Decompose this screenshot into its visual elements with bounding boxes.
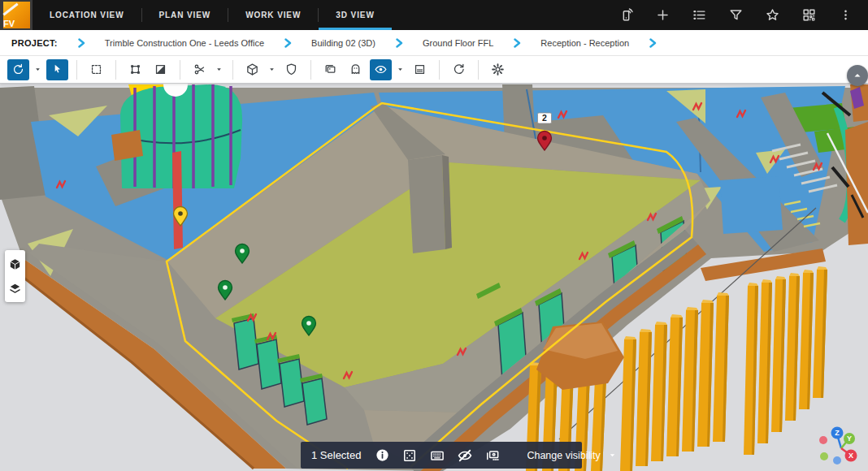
keyboard-icon: [429, 447, 445, 464]
ghost-mode-tool-button[interactable]: [345, 59, 367, 80]
chevron-up-icon: [853, 71, 862, 80]
filter-icon: [728, 7, 744, 23]
refresh-tool-button[interactable]: [448, 59, 470, 80]
breadcrumb-chevron: [395, 38, 403, 48]
filter-button[interactable]: [721, 5, 750, 26]
orbit-tool-button[interactable]: [7, 59, 29, 80]
selection-info-button[interactable]: [373, 447, 391, 465]
3d-viewport[interactable]: 2: [0, 84, 868, 471]
tab-location-view[interactable]: LOCATION VIEW: [33, 0, 141, 30]
breadcrumb-item-1[interactable]: Building 02 (3D): [311, 38, 375, 48]
grid-tool-button[interactable]: [409, 59, 431, 80]
tab-label: 3D VIEW: [336, 11, 374, 19]
layers-icon: [8, 282, 22, 296]
3d-model-scene: 2: [0, 84, 868, 471]
model-panel-toggle-button[interactable]: [8, 257, 23, 271]
isolate-selection-button[interactable]: [401, 447, 419, 465]
pin-badge-count: 2: [542, 113, 547, 123]
hide-selection-button[interactable]: [456, 447, 474, 465]
collapse-toolbar-button[interactable]: [847, 65, 868, 86]
chevron-right-icon: [513, 38, 521, 48]
breadcrumb-chevron: [513, 38, 521, 48]
snapshots-tool-button[interactable]: [319, 59, 341, 80]
contrast-icon: [154, 63, 167, 76]
info-icon: [375, 447, 390, 463]
axis-z[interactable]: Z: [831, 427, 844, 439]
selection-keypad-button[interactable]: [428, 447, 446, 465]
protect-tool-button[interactable]: [280, 59, 302, 80]
chevron-right-icon: [284, 38, 292, 48]
axis-neg-x[interactable]: [819, 436, 827, 444]
layers-panel-toggle-button[interactable]: [8, 281, 23, 296]
model-views-tool-dropdown-caret[interactable]: [267, 59, 277, 80]
model-views-tool-button[interactable]: [241, 59, 263, 80]
axis-neg-z[interactable]: [833, 456, 841, 465]
favorites-icon: [765, 7, 780, 23]
top-bar: FV LOCATION VIEWPLAN VIEWWORK VIEW3D VIE…: [0, 0, 868, 30]
selection-visibility-items-button[interactable]: [484, 447, 501, 465]
marquee-select-tool-button[interactable]: [85, 59, 107, 80]
toolbar-separator: [232, 60, 233, 80]
tab-work-view[interactable]: WORK VIEW: [228, 0, 318, 30]
isolate-icon: [401, 447, 418, 464]
change-visibility-caret[interactable]: [608, 451, 617, 460]
capture-device-button[interactable]: [611, 5, 640, 26]
orientation-gizmo[interactable]: Z Y X: [813, 421, 868, 471]
breadcrumb-item-2[interactable]: Ground Floor FFL: [423, 38, 493, 48]
gear-icon: [491, 63, 505, 76]
toolbar-separator: [478, 60, 479, 80]
visibility-tool-dropdown-caret[interactable]: [395, 59, 406, 80]
qr-scan-button[interactable]: [794, 5, 823, 26]
change-visibility-button[interactable]: Change visibility: [527, 450, 600, 461]
view-tabs: LOCATION VIEWPLAN VIEWWORK VIEW3D VIEW: [33, 0, 392, 30]
orbit-tool-dropdown-caret[interactable]: [33, 59, 43, 80]
app-logo[interactable]: FV: [0, 0, 33, 30]
transform-tool-button[interactable]: [124, 59, 146, 80]
task-list-button[interactable]: [684, 5, 714, 26]
section-cut-tool-button[interactable]: [189, 59, 210, 80]
breadcrumb-chevron: [77, 38, 85, 48]
selection-bar: 1 Selected Change visibility: [301, 442, 582, 469]
svg-text:Y: Y: [847, 434, 852, 443]
breadcrumb-item-0[interactable]: Trimble Construction One - Leeds Office: [105, 38, 264, 48]
tab-label: WORK VIEW: [245, 11, 301, 19]
visibility-tool-button[interactable]: [370, 59, 392, 80]
caret-down-icon: [215, 65, 224, 74]
chevron-right-icon: [77, 38, 85, 48]
toolbar-separator: [180, 60, 180, 80]
axis-neg-y[interactable]: [820, 452, 828, 460]
breadcrumb-chevron: [649, 38, 657, 48]
photos-icon: [323, 63, 337, 76]
add-icon: [655, 7, 671, 23]
toolbar-separator: [310, 60, 311, 80]
more-options-icon: [839, 8, 853, 22]
axis-x[interactable]: X: [845, 450, 857, 462]
tab-plan-view[interactable]: PLAN VIEW: [142, 0, 228, 30]
select-tool-button[interactable]: [46, 59, 68, 80]
favorites-button[interactable]: [757, 5, 787, 26]
svg-text:Z: Z: [835, 429, 840, 437]
caret-down-icon: [267, 65, 276, 74]
highlighted-column[interactable]: [172, 151, 183, 249]
more-options-button[interactable]: [831, 5, 860, 26]
cube-icon: [245, 63, 259, 76]
settings-tool-button[interactable]: [487, 59, 509, 80]
eye-off-icon: [457, 447, 473, 464]
axis-y[interactable]: Y: [844, 433, 855, 444]
transform-icon: [128, 63, 142, 76]
section-cut-tool-dropdown-caret[interactable]: [214, 59, 224, 80]
caret-down-icon: [608, 451, 617, 460]
selection-count: 1 Selected: [311, 449, 361, 461]
breadcrumb-item-3[interactable]: Reception - Reception: [540, 38, 629, 48]
logo-text: FV: [3, 19, 15, 28]
select-icon: [50, 63, 64, 76]
shield-icon: [284, 63, 298, 76]
scissors-icon: [193, 63, 206, 76]
toolbar-separator: [115, 60, 116, 80]
shading-tool-button[interactable]: [150, 59, 171, 80]
add-button[interactable]: [648, 5, 677, 26]
breadcrumb: PROJECT: Trimble Construction One - Leed…: [0, 30, 868, 56]
toolbar-separator: [439, 60, 440, 80]
cube-solid-icon: [8, 257, 22, 271]
tab-3d-view[interactable]: 3D VIEW: [319, 0, 391, 30]
